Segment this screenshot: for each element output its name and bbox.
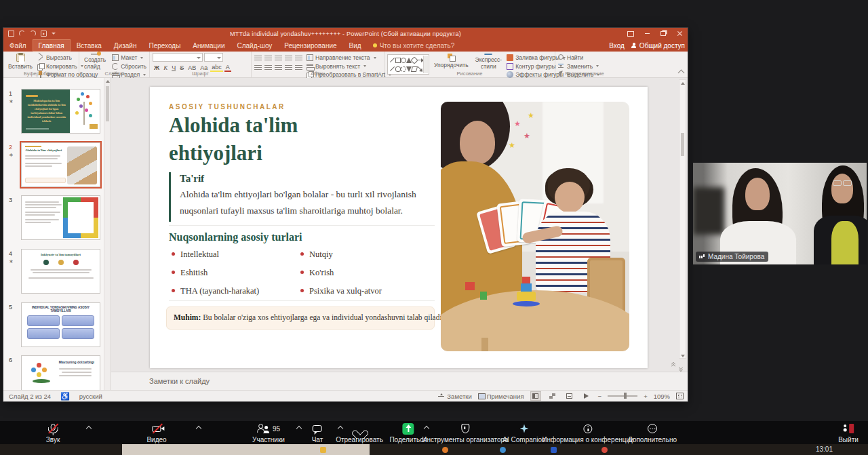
paragraph-group: Направление текста Выровнять текст Преоб… bbox=[252, 52, 384, 77]
align-center-icon[interactable] bbox=[264, 64, 272, 70]
reading-view-button[interactable] bbox=[564, 391, 575, 401]
video-options-chevron[interactable] bbox=[196, 426, 201, 431]
layout-button[interactable]: Макет bbox=[112, 54, 146, 61]
language-indicator[interactable]: русский bbox=[79, 393, 102, 400]
tab-file[interactable]: Файл bbox=[3, 39, 33, 52]
notes-pane[interactable]: Заметки к слайду bbox=[111, 372, 688, 390]
taskbar-app-icon[interactable] bbox=[442, 447, 448, 453]
participant-video-tile[interactable]: Мадина Тойирова bbox=[693, 163, 867, 264]
rectangle-shape-icon bbox=[395, 58, 401, 63]
tab-transitions[interactable]: Переходы bbox=[142, 39, 186, 52]
taskbar-app-icon[interactable] bbox=[320, 447, 326, 453]
slide-thumbnail-1[interactable]: Maktabgacha ta'lim tashkilotlarida alohi… bbox=[21, 89, 100, 134]
close-button[interactable] bbox=[671, 28, 688, 39]
paper-star-decor: ★ bbox=[509, 141, 515, 150]
zoom-in-button[interactable]: + bbox=[644, 393, 648, 400]
chat-button[interactable]: Чат bbox=[312, 423, 323, 443]
justify-icon[interactable] bbox=[285, 64, 292, 70]
thumb1-tree-graphic bbox=[70, 90, 100, 133]
thumbnail-scrollbar[interactable] bbox=[104, 78, 110, 390]
align-right-icon[interactable] bbox=[275, 64, 282, 70]
tab-insert[interactable]: Вставка bbox=[71, 39, 108, 52]
slide-thumbnail-6[interactable]: Mavzuning dolzarbligi bbox=[21, 355, 100, 390]
share-button[interactable]: Общий доступ bbox=[631, 42, 685, 50]
indent-increase-icon[interactable] bbox=[285, 54, 292, 60]
heart-icon bbox=[355, 423, 364, 434]
slide-thumbnail-5[interactable]: INDIVIDUAL YONDASHUVNING ASOSIY TAMOYILL… bbox=[21, 302, 100, 347]
previous-slide-button[interactable] bbox=[671, 362, 677, 365]
restore-button[interactable] bbox=[655, 28, 671, 39]
fit-to-window-icon[interactable] bbox=[676, 393, 684, 399]
ai-companion-button[interactable]: AI Companion bbox=[502, 423, 545, 443]
windows-taskbar-sliver: 13:01 bbox=[0, 444, 868, 455]
tab-review[interactable]: Рецензирование bbox=[278, 39, 342, 52]
slide-vertical-scrollbar[interactable] bbox=[679, 79, 686, 359]
taskbar-app-icon[interactable] bbox=[551, 447, 557, 453]
definition-text: Alohida ta'lim ehtiyojlari bo'lgan bolal… bbox=[180, 186, 439, 219]
quick-styles-button[interactable]: Экспресс-стили bbox=[473, 53, 505, 71]
participants-options-chevron[interactable] bbox=[296, 426, 302, 431]
align-left-icon[interactable] bbox=[254, 64, 262, 70]
scroll-up-icon[interactable] bbox=[681, 82, 685, 85]
bullets-icon[interactable] bbox=[254, 54, 262, 60]
meeting-info-button[interactable]: Информация о конференции bbox=[542, 423, 633, 443]
normal-view-button[interactable] bbox=[530, 391, 541, 401]
minimize-button[interactable] bbox=[639, 28, 655, 39]
zoom-slider[interactable] bbox=[608, 395, 637, 397]
line-spacing-icon[interactable] bbox=[295, 54, 302, 60]
zoom-meeting-screen: MTTda individual yondashuv++++++++ - Pow… bbox=[0, 0, 868, 455]
more-button[interactable]: Дополнительно bbox=[628, 423, 677, 443]
mute-audio-button[interactable]: Звук bbox=[46, 423, 60, 443]
replace-button[interactable]: Заменить bbox=[558, 63, 599, 70]
sign-in-link[interactable]: Вход bbox=[609, 42, 625, 50]
align-text-button[interactable]: Выровнять текст bbox=[307, 63, 391, 70]
tab-view[interactable]: Вид bbox=[343, 39, 368, 52]
zoom-out-button[interactable]: − bbox=[598, 393, 602, 400]
columns-icon[interactable] bbox=[295, 64, 302, 70]
comments-toggle-button[interactable]: Примечания bbox=[478, 393, 524, 400]
leave-meeting-button[interactable]: Выйти bbox=[838, 423, 859, 443]
tab-home[interactable]: Главная bbox=[33, 39, 71, 52]
tell-me-box[interactable]: Что вы хотите сделать? bbox=[368, 39, 460, 52]
definition-heading: Ta'rif bbox=[180, 173, 439, 184]
arrange-button[interactable]: Упорядочить bbox=[432, 53, 471, 71]
slide-thumbnail-2-selected[interactable]: Alohida ta'lim ehtiyojlari bbox=[21, 142, 100, 187]
collapse-ribbon-icon[interactable] bbox=[678, 70, 685, 77]
paste-button[interactable]: Вставить bbox=[6, 53, 35, 71]
taskbar-app-icon[interactable] bbox=[500, 447, 506, 453]
font-name-input[interactable] bbox=[153, 53, 203, 62]
current-slide-canvas[interactable]: ASOSIY TUSHUNCHALAR Alohida ta'lim ehtiy… bbox=[150, 87, 648, 368]
zoom-level[interactable]: 109% bbox=[654, 393, 670, 400]
tab-slideshow[interactable]: Слайд-шоу bbox=[231, 39, 278, 52]
slide-thumbnail-3[interactable] bbox=[21, 195, 100, 240]
host-tools-button[interactable]: Инструменты организатора bbox=[422, 423, 508, 443]
person-icon bbox=[631, 43, 637, 48]
indent-decrease-icon[interactable] bbox=[275, 54, 282, 60]
scroll-down-icon[interactable] bbox=[681, 355, 685, 357]
start-video-button[interactable]: Видео bbox=[146, 423, 166, 443]
numbering-icon[interactable] bbox=[264, 54, 272, 60]
text-direction-button[interactable]: Направление текста bbox=[307, 54, 391, 61]
slide-thumbnail-4[interactable]: Inklyuziv ta'lim tamoyillari bbox=[21, 249, 100, 294]
find-button[interactable]: Найти bbox=[558, 54, 599, 61]
notes-icon bbox=[438, 393, 445, 399]
audio-options-chevron[interactable] bbox=[86, 426, 92, 431]
slide-sorter-view-button[interactable] bbox=[547, 391, 558, 401]
accessibility-icon[interactable]: ♿ bbox=[60, 392, 70, 401]
tab-design[interactable]: Дизайн bbox=[108, 39, 143, 52]
new-slide-button[interactable]: Создать слайд bbox=[82, 53, 109, 71]
font-size-input[interactable] bbox=[204, 53, 223, 62]
reset-button[interactable]: Сбросить bbox=[112, 63, 146, 70]
line-shape-icon bbox=[390, 58, 395, 62]
slideshow-view-button[interactable] bbox=[581, 391, 592, 401]
slide-photo: ★ ★ ★ ★ bbox=[441, 102, 629, 351]
next-slide-button[interactable] bbox=[679, 365, 684, 369]
reactions-button[interactable]: Отреагировать bbox=[336, 423, 383, 443]
notes-toggle-button[interactable]: Заметки bbox=[438, 393, 471, 400]
taskbar-app-icon[interactable] bbox=[601, 447, 608, 453]
ribbon-display-options-icon[interactable] bbox=[623, 28, 639, 39]
tab-animations[interactable]: Анимации bbox=[186, 39, 231, 52]
share-screen-icon bbox=[402, 423, 414, 434]
ribbon-tab-row: Файл Главная Вставка Дизайн Переходы Ани… bbox=[3, 39, 688, 52]
participants-button[interactable]: 95 Участники bbox=[252, 423, 285, 443]
